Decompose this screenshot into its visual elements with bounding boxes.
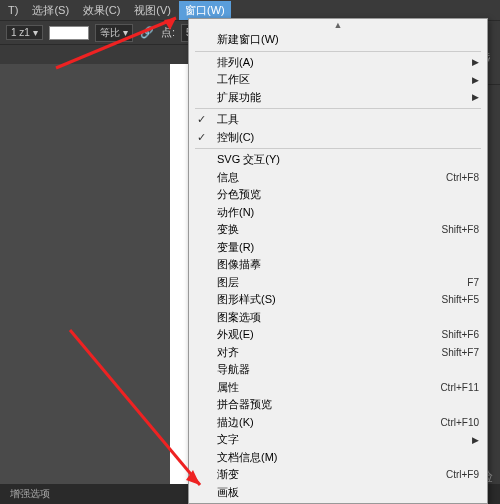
menu-item[interactable]: 新建窗口(W) (189, 31, 487, 49)
points-label: 点: (161, 25, 175, 40)
menu-item[interactable]: 拼合器预览 (189, 396, 487, 414)
menu-item-t[interactable]: T) (2, 2, 24, 18)
menu-item-label: 新建窗口(W) (217, 32, 479, 47)
menu-shortcut: Shift+F7 (441, 347, 479, 358)
menu-item[interactable]: 信息Ctrl+F8 (189, 169, 487, 187)
menu-item-label: 动作(N) (217, 205, 479, 220)
menu-item[interactable]: 画板 (189, 484, 487, 502)
menu-item-label: 控制(C) (217, 130, 479, 145)
menu-item-label: 描边(K) (217, 415, 440, 430)
stroke-mode-dropdown[interactable]: 等比▾ (95, 24, 133, 42)
menu-item[interactable]: 工作区▶ (189, 71, 487, 89)
menu-item[interactable]: 分色预览 (189, 186, 487, 204)
menu-item[interactable]: ✓工具 (189, 111, 487, 129)
menu-item-label: 工作区 (217, 72, 466, 87)
stroke-swatch[interactable] (49, 26, 89, 40)
menu-item[interactable]: 排列(A)▶ (189, 54, 487, 72)
chevron-right-icon: ▶ (472, 75, 479, 85)
menubar: T) 选择(S) 效果(C) 视图(V) 窗口(W) (0, 0, 500, 20)
menu-item-label: 属性 (217, 380, 440, 395)
menu-item-label: 画板 (217, 485, 479, 500)
menu-item-label: 图层 (217, 275, 467, 290)
menu-item-label: 分色预览 (217, 187, 479, 202)
menu-item[interactable]: 属性Ctrl+F11 (189, 379, 487, 397)
menu-item[interactable]: 外观(E)Shift+F6 (189, 326, 487, 344)
menu-item[interactable]: 图层F7 (189, 274, 487, 292)
link-icon[interactable]: 🔗 (139, 25, 155, 41)
menu-item-label: 文字 (217, 432, 466, 447)
menu-shortcut: Shift+F6 (441, 329, 479, 340)
menu-item-label: 图像描摹 (217, 257, 479, 272)
menu-item-label: 变换 (217, 222, 441, 237)
menu-item-label: SVG 交互(Y) (217, 152, 479, 167)
menu-shortcut: Shift+F5 (441, 294, 479, 305)
menu-item[interactable]: 图像描摹 (189, 256, 487, 274)
menu-separator (195, 148, 481, 149)
menu-item[interactable]: 变量(R) (189, 239, 487, 257)
menu-item-label: 外观(E) (217, 327, 441, 342)
menu-shortcut: Ctrl+F11 (440, 382, 479, 393)
menu-item[interactable]: 文档信息(M) (189, 449, 487, 467)
menu-item-window[interactable]: 窗口(W) (179, 1, 231, 20)
chevron-right-icon: ▶ (472, 435, 479, 445)
menu-item-label: 排列(A) (217, 55, 466, 70)
menu-item[interactable]: ✓控制(C) (189, 129, 487, 147)
menu-item[interactable]: 图案选项 (189, 309, 487, 327)
chevron-right-icon: ▶ (472, 92, 479, 102)
status-text: 增强选项 (10, 487, 50, 501)
menu-separator (195, 108, 481, 109)
menu-item[interactable]: 文字▶ (189, 431, 487, 449)
menu-item-label: 图案选项 (217, 310, 479, 325)
menu-item-view[interactable]: 视图(V) (128, 1, 177, 20)
menu-item[interactable]: 渐变Ctrl+F9 (189, 466, 487, 484)
menu-scroll-up[interactable]: ▲ (189, 19, 487, 31)
menu-item-label: 扩展功能 (217, 90, 466, 105)
menu-item[interactable]: 扩展功能▶ (189, 89, 487, 107)
menu-item[interactable]: 变换Shift+F8 (189, 221, 487, 239)
menu-item-label: 渐变 (217, 467, 446, 482)
menu-item[interactable]: 对齐Shift+F7 (189, 344, 487, 362)
menu-shortcut: Ctrl+F9 (446, 469, 479, 480)
menu-shortcut: Shift+F8 (441, 224, 479, 235)
menu-item-label: 对齐 (217, 345, 441, 360)
menu-item-label: 图形样式(S) (217, 292, 441, 307)
menu-item-label: 信息 (217, 170, 446, 185)
menu-item-label: 变量(R) (217, 240, 479, 255)
window-menu: ▲新建窗口(W)排列(A)▶工作区▶扩展功能▶✓工具✓控制(C)SVG 交互(Y… (188, 18, 488, 504)
menu-separator (195, 51, 481, 52)
menu-item-label: 导航器 (217, 362, 479, 377)
check-icon: ✓ (197, 131, 217, 144)
menu-item-label: 文档信息(M) (217, 450, 479, 465)
menu-shortcut: F7 (467, 277, 479, 288)
chevron-down-icon: ▾ (123, 27, 128, 38)
menu-item[interactable]: 描边(K)Ctrl+F10 (189, 414, 487, 432)
menu-item[interactable]: SVG 交互(Y) (189, 151, 487, 169)
menu-shortcut: Ctrl+F10 (440, 417, 479, 428)
menu-item[interactable]: 动作(N) (189, 204, 487, 222)
menu-item-effect[interactable]: 效果(C) (77, 1, 126, 20)
menu-item[interactable]: 图形样式(S)Shift+F5 (189, 291, 487, 309)
menu-shortcut: Ctrl+F8 (446, 172, 479, 183)
menu-item-label: 拼合器预览 (217, 397, 479, 412)
chevron-right-icon: ▶ (472, 57, 479, 67)
chevron-down-icon: ▾ (33, 27, 38, 38)
check-icon: ✓ (197, 113, 217, 126)
menu-item-select[interactable]: 选择(S) (26, 1, 75, 20)
stroke-weight-dropdown[interactable]: 1 z1▾ (6, 25, 43, 40)
menu-item[interactable]: 导航器 (189, 361, 487, 379)
menu-item-label: 工具 (217, 112, 479, 127)
